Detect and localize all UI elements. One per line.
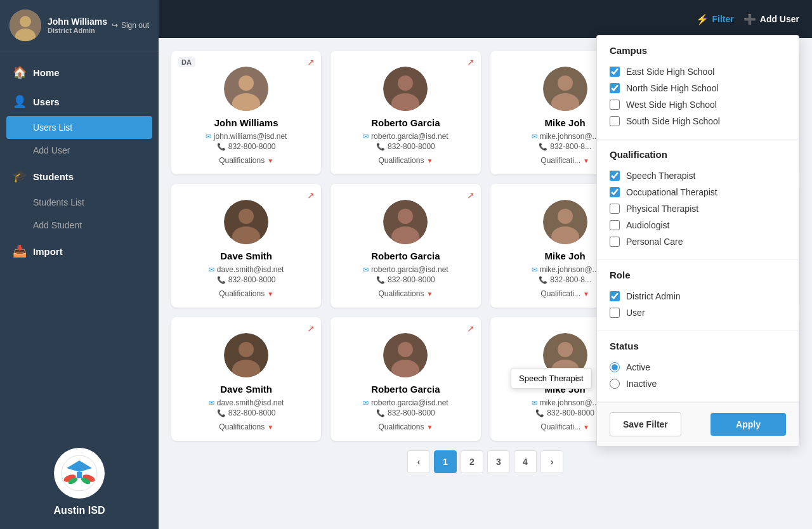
card-name-1: John Williams (181, 117, 311, 128)
status-inactive-radio[interactable] (610, 379, 620, 389)
edit-icon-5[interactable]: ↗ (307, 190, 315, 200)
sidebar-item-home[interactable]: 🏠 Home (0, 58, 159, 87)
edit-icon-6[interactable]: ↗ (467, 190, 475, 200)
filter-label: Filter (712, 14, 734, 24)
avatar-5 (224, 200, 268, 244)
phone-icon: 📞 (535, 409, 544, 417)
role-user-checkbox[interactable] (610, 308, 620, 318)
campus-west[interactable]: West Side High School (610, 96, 786, 113)
status-active-radio[interactable] (610, 362, 620, 372)
edit-icon-9[interactable]: ↗ (307, 323, 315, 334)
role-district-admin[interactable]: District Admin (610, 288, 786, 304)
avatar-1 (224, 67, 268, 111)
card-email-2: ✉ roberto.garcia@isd.net (340, 132, 471, 141)
filter-role-section: Role District Admin User (597, 260, 799, 331)
page-prev-button[interactable]: ‹ (407, 450, 430, 473)
import-icon: 📥 (13, 244, 27, 258)
edit-icon-1[interactable]: ↗ (307, 57, 315, 67)
sidebar-item-users[interactable]: 👤 Users (0, 87, 159, 116)
edit-icon-10[interactable]: ↗ (467, 323, 475, 334)
filter-icon: ⚡ (696, 13, 709, 25)
campus-south-checkbox[interactable] (610, 116, 620, 126)
campus-north[interactable]: North Side High School (610, 80, 786, 96)
nav-users-label: Users (33, 96, 60, 107)
user-card-10: ↗ Roberto Garcia ✉ roberto.garcia@isd.ne… (331, 317, 480, 441)
qualifications-9[interactable]: Qualifications ▼ (181, 422, 311, 431)
qual-arrow: ▼ (583, 424, 589, 431)
role-user[interactable]: User (610, 304, 786, 321)
card-email-5: ✉ dave.smith@isd.net (181, 265, 311, 274)
save-filter-button[interactable]: Save Filter (610, 412, 681, 436)
qual-physical[interactable]: Physical Therapist (610, 200, 786, 217)
school-logo (54, 448, 105, 499)
page-3-button[interactable]: 3 (487, 450, 510, 473)
campus-east-checkbox[interactable] (610, 67, 620, 77)
qualifications-6[interactable]: Qualifications ▼ (340, 289, 471, 298)
card-phone-2: 📞 832-800-8000 (340, 142, 471, 151)
filter-status-section: Status Active Inactive (597, 331, 799, 402)
phone-icon: 📞 (376, 409, 385, 417)
qualifications-10[interactable]: Qualifications ▼ (340, 422, 471, 431)
campus-east[interactable]: East Side High School (610, 63, 786, 80)
avatar-10 (383, 333, 428, 377)
home-icon: 🏠 (13, 65, 27, 79)
filter-campus-section: Campus East Side High School North Side … (597, 36, 799, 140)
page-next-button[interactable]: › (540, 450, 563, 473)
campus-south[interactable]: South Side High School (610, 113, 786, 129)
qual-personal-care-checkbox[interactable] (610, 237, 620, 247)
campus-south-label: South Side High School (626, 116, 720, 126)
svg-point-20 (239, 209, 254, 224)
add-user-button[interactable]: ➕ Add User (743, 13, 799, 25)
qualifications-5[interactable]: Qualifications ▼ (181, 289, 311, 298)
sidebar-item-import[interactable]: 📥 Import (0, 237, 159, 266)
sidebar-item-students[interactable]: 🎓 Students (0, 162, 159, 191)
add-user-icon: ➕ (743, 13, 756, 25)
status-active-label: Active (626, 362, 650, 372)
qual-speech-checkbox[interactable] (610, 171, 620, 181)
edit-icon-2[interactable]: ↗ (467, 57, 475, 67)
svg-point-17 (558, 75, 573, 91)
sidebar-subitem-add-user[interactable]: Add User (0, 139, 159, 162)
campus-title: Campus (610, 45, 786, 56)
campus-west-checkbox[interactable] (610, 100, 620, 110)
qual-physical-checkbox[interactable] (610, 204, 620, 214)
qual-occupational-label: Occupational Therapist (626, 187, 717, 197)
qual-occupational-checkbox[interactable] (610, 187, 620, 197)
sidebar-subitem-add-student[interactable]: Add Student (0, 214, 159, 237)
sidebar-subitem-students-list[interactable]: Students List (0, 191, 159, 214)
qual-audiologist[interactable]: Audiologist (610, 217, 786, 233)
sign-out-label: Sign out (121, 21, 149, 30)
qual-speech-label: Speech Therapist (626, 171, 695, 181)
card-name-5: Dave Smith (181, 251, 311, 261)
email-icon: ✉ (532, 133, 537, 141)
qual-occupational[interactable]: Occupational Therapist (610, 184, 786, 200)
qualifications-1[interactable]: Qualifications ▼ (181, 156, 311, 165)
sidebar-subitem-users-list[interactable]: Users List (6, 116, 152, 139)
card-email-9: ✉ dave.smith@isd.net (181, 398, 311, 407)
add-user-label: Add User (33, 145, 70, 155)
apply-button[interactable]: Apply (710, 413, 786, 436)
filter-panel: Campus East Side High School North Side … (596, 35, 799, 447)
card-phone-1: 📞 832-800-8000 (181, 142, 311, 151)
role-district-admin-label: District Admin (626, 291, 681, 301)
role-district-admin-checkbox[interactable] (610, 291, 620, 301)
campus-north-checkbox[interactable] (610, 83, 620, 93)
qual-audiologist-checkbox[interactable] (610, 220, 620, 230)
sign-out-button[interactable]: ↪ Sign out (112, 21, 149, 30)
status-inactive[interactable]: Inactive (610, 376, 786, 392)
qualifications-2[interactable]: Qualifications ▼ (340, 156, 471, 165)
sidebar-header: John Williams District Admin ↪ Sign out (0, 0, 159, 51)
students-icon: 🎓 (13, 169, 27, 183)
email-icon: ✉ (532, 399, 537, 407)
card-name-6: Roberto Garcia (340, 251, 471, 261)
page-1-button[interactable]: 1 (434, 450, 457, 473)
nav-home-label: Home (33, 67, 60, 78)
page-4-button[interactable]: 4 (514, 450, 537, 473)
qual-speech[interactable]: Speech Therapist (610, 167, 786, 184)
filter-button[interactable]: ⚡ Filter (696, 13, 734, 25)
qualification-title: Qualification (610, 149, 786, 160)
phone-icon: 📞 (539, 276, 547, 284)
qual-personal-care[interactable]: Personal Care (610, 233, 786, 250)
page-2-button[interactable]: 2 (461, 450, 483, 473)
status-active[interactable]: Active (610, 359, 786, 376)
